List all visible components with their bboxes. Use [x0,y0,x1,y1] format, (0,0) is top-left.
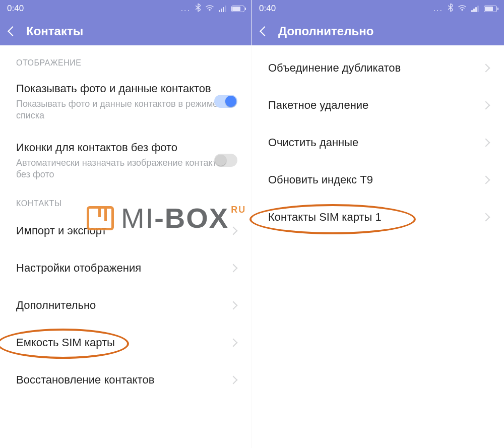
nav-display-settings[interactable]: Настройки отображения [0,249,251,287]
nav-import-export[interactable]: Импорт и экспорт [0,212,251,249]
chevron-right-icon [483,214,489,220]
nav-clear-data[interactable]: Очистить данные [252,124,504,161]
nav-label: Импорт и экспорт [16,224,107,237]
settings-list: Объединение дубликатов Пакетное удаление… [252,45,504,236]
section-contacts-label: КОНТАКТЫ [0,190,251,212]
page-title: Дополнительно [278,24,373,38]
title-bar: Контакты [0,17,251,45]
nav-label: Объединение дубликатов [268,61,401,75]
clock: 0:40 [7,4,24,14]
back-icon[interactable] [260,26,270,36]
back-icon[interactable] [8,26,18,36]
chevron-right-icon [230,265,236,271]
setting-subtitle: Показывать фото и данные контактов в реж… [16,98,235,122]
nav-label: Обновить индекс T9 [268,173,373,186]
menu-dots-icon: ... [181,4,191,13]
setting-show-photos[interactable]: Показывать фото и данные контактов Показ… [0,72,251,131]
status-icons: ... [433,4,497,14]
clock: 0:40 [259,4,276,14]
battery-icon [484,6,497,12]
status-bar: 0:40 ... [0,0,251,17]
setting-title: Показывать фото и данные контактов [16,82,235,96]
title-bar: Дополнительно [252,17,504,45]
signal-icon [471,6,479,12]
phone-right: 0:40 ... Дополнительно Объединение дубли… [252,0,504,448]
nav-label: Очистить данные [268,136,358,149]
battery-icon [231,6,244,12]
status-bar: 0:40 ... [252,0,504,17]
nav-additional[interactable]: Дополнительно [0,287,251,324]
bluetooth-icon [448,4,453,14]
signal-icon [219,6,226,12]
chevron-right-icon [483,102,489,108]
nav-label: Восстановление контактов [16,373,154,387]
nav-label: Контакты SIM карты 1 [268,211,382,224]
chevron-right-icon [483,65,489,71]
nav-label: Настройки отображения [16,262,141,275]
chevron-right-icon [230,302,236,308]
chevron-right-icon [230,377,236,383]
wifi-icon [206,4,214,13]
chevron-right-icon [230,340,236,346]
nav-merge-duplicates[interactable]: Объединение дубликатов [252,49,504,87]
setting-avatar-icons[interactable]: Иконки для контактов без фото Автоматиче… [0,131,251,189]
nav-label: Дополнительно [16,299,96,312]
setting-title: Иконки для контактов без фото [16,141,235,155]
page-title: Контакты [26,24,83,38]
toggle-off[interactable] [214,154,237,167]
status-icons: ... [181,4,244,14]
bluetooth-icon [196,4,201,14]
chevron-right-icon [230,228,236,234]
chevron-right-icon [483,140,489,146]
nav-label: Пакетное удаление [268,99,368,112]
nav-sim-capacity[interactable]: Емкость SIM карты [0,324,251,361]
wifi-icon [458,4,466,13]
menu-dots-icon: ... [433,4,443,13]
settings-list: ОТОБРАЖЕНИЕ Показывать фото и данные кон… [0,45,251,399]
nav-restore-contacts[interactable]: Восстановление контактов [0,361,251,399]
chevron-right-icon [483,177,489,183]
nav-sim1-contacts[interactable]: Контакты SIM карты 1 [252,199,504,236]
nav-batch-delete[interactable]: Пакетное удаление [252,87,504,124]
toggle-on[interactable] [214,95,237,108]
section-display-label: ОТОБРАЖЕНИЕ [0,49,251,72]
setting-subtitle: Автоматически назначать изображение конт… [16,157,235,181]
nav-update-t9[interactable]: Обновить индекс T9 [252,161,504,199]
phone-left: 0:40 ... Контакты ОТОБРАЖЕНИЕ Показывать… [0,0,252,448]
nav-label: Емкость SIM карты [16,336,115,349]
